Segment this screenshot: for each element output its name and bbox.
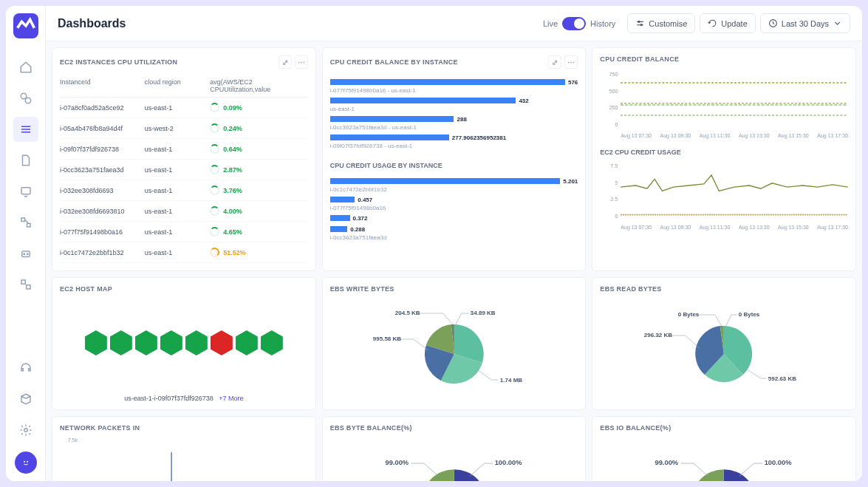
svg-rect-7 (21, 218, 25, 222)
card-credit-bars: CPU CREDIT BALANCE BY INSTANCE ⤢⋯ 576i-0… (322, 47, 587, 271)
utilization: 2.87% (210, 165, 308, 174)
table-row[interactable]: i-05a4b476fb8a94d4fus-west-20.24% (60, 118, 308, 139)
svg-text:204.5 KB: 204.5 KB (394, 310, 420, 316)
svg-text:99.00%: 99.00% (385, 459, 409, 466)
table-row[interactable]: i-077f75f91498b0a16us-east-14.65% (60, 222, 308, 242)
region: us-east-1 (145, 146, 210, 153)
region: us-east-1 (145, 208, 210, 215)
utilization: 3.76% (210, 185, 308, 195)
bar-row: 0.457i-077f75f91498b0a16 (330, 195, 578, 211)
svg-text:34.89 KB: 34.89 KB (470, 310, 495, 316)
nav-home-icon[interactable] (13, 55, 38, 80)
card-title-text: CPU CREDIT BALANCE BY INSTANCE (330, 58, 458, 66)
col-instance[interactable]: InstanceId (60, 78, 145, 93)
hex-grid (60, 299, 308, 387)
ebs-write-pie: 204.5 KB 34.89 KB 995.58 KB 1.74 MB (330, 299, 578, 402)
svg-rect-13 (21, 280, 25, 284)
credit-balance-chart: 7505002500 Aug 13 07:30Aug 13 09:30Aug 1… (600, 72, 848, 138)
region: us-west-2 (145, 125, 210, 132)
host-hex[interactable] (135, 330, 157, 355)
nav-settings-icon[interactable] (13, 418, 38, 443)
page-header: Dashboards Live History Customise Update… (46, 6, 862, 41)
svg-text:0 Bytes: 0 Bytes (739, 311, 760, 318)
host-hex-alert[interactable] (211, 330, 233, 355)
col-region[interactable]: cloud region (145, 78, 210, 93)
card-title-text: EBS WRITE BYTES (330, 285, 394, 293)
host-hex[interactable] (261, 330, 283, 355)
utilization: 0.64% (210, 144, 308, 154)
host-hex[interactable] (160, 330, 182, 355)
card-cpu-utilization: EC2 INSTANCES CPU UTILIZATION ⤢⋯ Instanc… (52, 47, 316, 271)
svg-point-0 (21, 93, 27, 99)
region: us-east-1 (145, 187, 210, 194)
svg-point-11 (24, 253, 25, 255)
history-label: History (590, 19, 615, 28)
svg-rect-8 (27, 224, 30, 228)
nav-support-icon[interactable] (13, 355, 38, 381)
bar-row: 288i-0cc3623a751faea3d - us-east-1 (330, 115, 578, 131)
table-row[interactable]: i-0c1c7472e2bbf1b32us-east-151.52% (60, 242, 308, 263)
bar-row: 576i-077f75f91498b0a16 - us-east-1 (330, 78, 578, 94)
svg-text:296.32 KB: 296.32 KB (644, 332, 672, 338)
table-row[interactable]: i-07a8cf0ad52a5ce92us-east-10.09% (60, 98, 308, 118)
more-hosts-link[interactable]: +7 More (219, 395, 243, 402)
host-hex[interactable] (236, 330, 258, 355)
region: us-east-1 (145, 104, 210, 112)
user-avatar[interactable] (15, 452, 37, 474)
nav-monitor-icon[interactable] (13, 179, 38, 204)
more-icon[interactable]: ⋯ (564, 55, 578, 69)
instance-id: i-07a8cf0ad52a5ce92 (60, 104, 145, 112)
host-hex[interactable] (85, 330, 107, 355)
nav-dashboard-icon[interactable] (13, 117, 38, 142)
instance-id: i-077f75f91498b0a16 (60, 228, 145, 236)
expand-icon[interactable]: ⤢ (548, 55, 561, 69)
table-row[interactable]: i-032ee308fd6693810us-east-14.00% (60, 201, 308, 222)
svg-point-1 (25, 98, 31, 103)
byte-balance-pie: 99.00% 100.00% (330, 437, 578, 481)
col-util[interactable]: avg(AWS/EC2 CPUUtilization,value (210, 78, 308, 93)
bar-row: 0.372 (330, 214, 578, 222)
card-ebs-io-balance: EBS IO BALANCE(%) 99.00% 100.00% (592, 416, 856, 481)
nav-bot-icon[interactable] (13, 241, 38, 266)
card-network-packets: NETWORK PACKETS IN 7.5k5k (52, 416, 316, 481)
live-history-toggle[interactable]: Live History (543, 17, 615, 30)
main-content: Dashboards Live History Customise Update… (46, 6, 862, 481)
app-root: Dashboards Live History Customise Update… (6, 6, 862, 481)
nav-flow-icon[interactable] (13, 210, 38, 235)
nav-file-icon[interactable] (13, 148, 38, 173)
svg-rect-5 (21, 188, 30, 194)
table-header: InstanceId cloud region avg(AWS/EC2 CPUU… (60, 75, 308, 98)
utilization: 0.09% (210, 103, 308, 112)
instance-id: i-05a4b476fb8a94d4f (60, 125, 145, 132)
instance-id: i-032ee308fd6693810 (60, 208, 145, 215)
svg-point-17 (27, 461, 28, 463)
card-ebs-byte-balance: EBS BYTE BALANCE(%) 99.00% 100.00% (322, 416, 587, 481)
customise-button[interactable]: Customise (627, 13, 695, 33)
svg-point-15 (24, 429, 27, 432)
toggle-switch[interactable] (562, 17, 586, 30)
date-range-button[interactable]: Last 30 Days (760, 13, 850, 33)
nav-stack-icon[interactable] (13, 86, 38, 111)
table-row[interactable]: i-032ee308fd6693us-east-13.76% (60, 180, 308, 201)
card-title-text: EBS BYTE BALANCE(%) (330, 424, 412, 432)
instance-id: i-032ee308fd6693 (60, 187, 145, 194)
nav-box-icon[interactable] (13, 386, 38, 412)
subtitle-usage-line: EC2 CPU CREDIT USAGE (600, 149, 848, 156)
page-title: Dashboards (58, 17, 543, 30)
card-title-text: EC2 HOST MAP (60, 285, 112, 293)
svg-rect-14 (26, 285, 30, 289)
table-row[interactable]: i-0cc3623a751faea3dus-east-12.87% (60, 160, 308, 180)
host-hex[interactable] (185, 330, 208, 355)
card-host-map: EC2 HOST MAP us-east-1-i-09f07f37fdf9267… (52, 277, 316, 410)
update-button[interactable]: Update (700, 13, 755, 33)
host-hex[interactable] (110, 330, 132, 355)
nav-grid-icon[interactable] (13, 272, 38, 297)
utilization: 51.52% (210, 248, 308, 257)
svg-point-12 (27, 253, 28, 255)
credit-usage-chart: 7.552.50 Aug 13 07:30Aug 13 09:30Aug 13 … (600, 163, 848, 230)
more-icon[interactable]: ⋯ (295, 55, 308, 69)
table-row[interactable]: i-09f07f37fdf926738us-east-10.64% (60, 139, 308, 160)
app-logo[interactable] (13, 13, 38, 38)
expand-icon[interactable]: ⤢ (278, 55, 292, 69)
region: us-east-1 (145, 166, 210, 174)
